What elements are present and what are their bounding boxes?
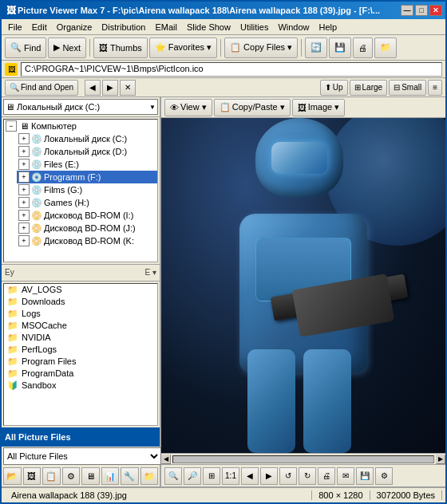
tree-item-j[interactable]: + 📀 Дисковод BD-ROM (J:) — [17, 222, 157, 234]
tree-item-c[interactable]: + 💿 Локальный диск (C:) — [17, 132, 157, 145]
file-item-downloads[interactable]: 📁 Downloads — [4, 296, 157, 308]
list-button[interactable]: ≡ — [428, 80, 442, 96]
tree-item-h[interactable]: + 💿 Games (H:) — [17, 196, 157, 209]
address-input[interactable]: C:\PROGRA~1\PICVEW~1\Bmps\PictIcon.ico — [21, 62, 442, 77]
tree-item-e[interactable]: + 💿 Files (E:) — [17, 158, 157, 171]
tree-toggle-k[interactable]: + — [18, 235, 30, 246]
file-filter-combo[interactable]: All Picture Files — [3, 447, 161, 465]
footer-btn-8[interactable]: 📁 — [140, 467, 159, 485]
menu-organize[interactable]: Organize — [52, 22, 97, 33]
next-button[interactable]: ▶ Next — [48, 37, 86, 58]
actual-size-button[interactable]: 1:1 — [222, 467, 239, 485]
view-button[interactable]: 👁 View ▾ — [164, 99, 212, 116]
print-image-button[interactable]: 🖨 — [318, 467, 335, 485]
tree-toggle-j[interactable]: + — [18, 222, 30, 234]
file-item-nvidia[interactable]: 📁 NVIDIA — [4, 332, 157, 344]
scroll-left-button[interactable]: ◀ — [161, 455, 171, 464]
drive-f-icon: 💿 — [31, 171, 42, 183]
file-tree[interactable]: − 🖥 Компьютер + 💿 Локальный диск (C:) + … — [3, 119, 158, 262]
save-image-button[interactable]: 💾 — [356, 467, 374, 485]
rotate-right-button[interactable]: ↻ — [299, 467, 316, 485]
settings-image-button[interactable]: ⚙ — [375, 467, 393, 485]
tree-item-i[interactable]: + 📀 Дисковод BD-ROM (I:) — [17, 209, 157, 222]
tree-item-g[interactable]: + 💿 Films (G:) — [17, 183, 157, 196]
drive-combo[interactable]: 🖥 Локальный диск (C:) ▼ — [3, 99, 158, 115]
image-hscrollbar[interactable]: ◀ ▶ — [161, 453, 445, 464]
menu-help[interactable]: Help — [314, 22, 342, 33]
menu-distribution[interactable]: Distribution — [97, 22, 150, 33]
tree-item-f[interactable]: + 💿 Programm (F:) — [17, 171, 157, 183]
file-item-logs[interactable]: 📁 Logs — [4, 308, 157, 320]
nav-forward-button[interactable]: ▶ — [102, 80, 118, 96]
footer-btn-7[interactable]: 🔧 — [121, 467, 139, 485]
footer-btn-2[interactable]: 🖼 — [23, 467, 42, 485]
toolbar-btn-1[interactable]: 🔄 — [305, 37, 327, 58]
next-image-button[interactable]: ▶ — [260, 467, 278, 485]
tree-toggle-h[interactable]: + — [18, 197, 30, 208]
panel-footer-buttons: 📂 🖼 📋 ⚙ 🖥 📊 🔧 📁 — [2, 466, 160, 486]
file-item-programdata[interactable]: 📁 ProgramData — [4, 368, 157, 380]
drive-e-icon: 💿 — [31, 159, 42, 170]
tree-toggle-g[interactable]: + — [18, 184, 30, 195]
find-button[interactable]: 🔍 Find — [5, 37, 46, 58]
tree-toggle-i[interactable]: + — [18, 210, 30, 221]
menu-utilities[interactable]: Utilities — [235, 22, 273, 33]
thumbs-button[interactable]: 🖼 Thumbs — [93, 37, 148, 58]
footer-btn-4[interactable]: ⚙ — [62, 467, 81, 485]
toolbar-separator — [89, 39, 90, 57]
small-button[interactable]: ⊟ Small — [389, 80, 426, 96]
tree-toggle[interactable]: − — [6, 120, 17, 132]
up-button[interactable]: ⬆ Up — [320, 80, 348, 96]
copy-files-button[interactable]: 📋 Copy Files ▾ — [224, 37, 298, 58]
footer-btn-6[interactable]: 📊 — [101, 467, 120, 485]
rotate-left-button[interactable]: ↺ — [279, 467, 297, 485]
fit-button[interactable]: ⊞ — [203, 467, 220, 485]
menu-email[interactable]: EMail — [150, 22, 182, 33]
copy-paste-button[interactable]: 📋 Copy/Paste ▾ — [214, 99, 291, 116]
footer-btn-1[interactable]: 📂 — [3, 467, 22, 485]
maximize-button[interactable]: □ — [415, 5, 428, 16]
tree-item-computer[interactable]: − 🖥 Компьютер — [4, 120, 157, 132]
tree-toggle-e[interactable]: + — [18, 159, 30, 170]
menu-edit[interactable]: Edit — [27, 22, 52, 33]
file-item-msocache[interactable]: 📁 MSOCache — [4, 320, 157, 332]
address-icon: 🖼 — [5, 63, 18, 76]
image-menu-button[interactable]: 🖼 Image ▾ — [292, 99, 346, 116]
file-item-perflogs[interactable]: 📁 PerfLogs — [4, 344, 157, 356]
nav-up-button[interactable]: ✕ — [120, 80, 136, 96]
file-item-sandbox[interactable]: 🔰 Sandbox — [4, 380, 157, 392]
tree-toggle-d[interactable]: + — [18, 146, 30, 157]
folder-icon: 📁 — [7, 333, 18, 343]
file-item-program-files[interactable]: 📁 Program Files — [4, 356, 157, 368]
tree-toggle-f[interactable]: + — [18, 171, 30, 183]
hscroll-track[interactable] — [172, 455, 434, 463]
tree-item-k[interactable]: + 📀 Дисковод BD-ROM (K: — [17, 234, 157, 247]
tree-item-d[interactable]: + 💿 Локальный диск (D:) — [17, 145, 157, 158]
toolbar-btn-2[interactable]: 💾 — [329, 37, 351, 58]
minimize-button[interactable]: — — [401, 5, 413, 16]
zoom-out-button[interactable]: 🔎 — [184, 467, 201, 485]
footer-btn-5[interactable]: 🖥 — [81, 467, 100, 485]
email-image-button[interactable]: ✉ — [337, 467, 354, 485]
close-button[interactable]: ✕ — [429, 5, 442, 16]
file-item-av-logs[interactable]: 📁 AV_LOGS — [4, 284, 157, 296]
find-open-button[interactable]: 🔍 Find and Open — [5, 80, 78, 96]
prev-image-button[interactable]: ◀ — [241, 467, 259, 485]
soldier-figure — [216, 118, 391, 453]
toolbar-btn-3[interactable]: 🖨 — [353, 37, 373, 58]
footer-btn-3[interactable]: 📋 — [42, 467, 61, 485]
menu-slideshow[interactable]: Slide Show — [182, 22, 235, 33]
drive-h-icon: 💿 — [31, 197, 42, 208]
toolbar-btn-4[interactable]: 📁 — [374, 37, 397, 58]
large-button[interactable]: ⊞ Large — [350, 80, 388, 96]
zoom-in-button[interactable]: 🔍 — [164, 467, 182, 485]
menu-window[interactable]: Window — [273, 22, 314, 33]
tree-toggle-c[interactable]: + — [18, 133, 30, 144]
scroll-right-button[interactable]: ▶ — [436, 455, 445, 464]
save-icon: 💾 — [334, 42, 346, 53]
favorites-button[interactable]: ⭐ Favorites ▾ — [149, 37, 217, 58]
menu-file[interactable]: File — [3, 22, 27, 33]
nav-back-button[interactable]: ◀ — [85, 80, 101, 96]
files-list[interactable]: 📁 AV_LOGS 📁 Downloads 📁 Logs 📁 MSOCache … — [3, 283, 158, 427]
right-leg — [303, 349, 351, 453]
